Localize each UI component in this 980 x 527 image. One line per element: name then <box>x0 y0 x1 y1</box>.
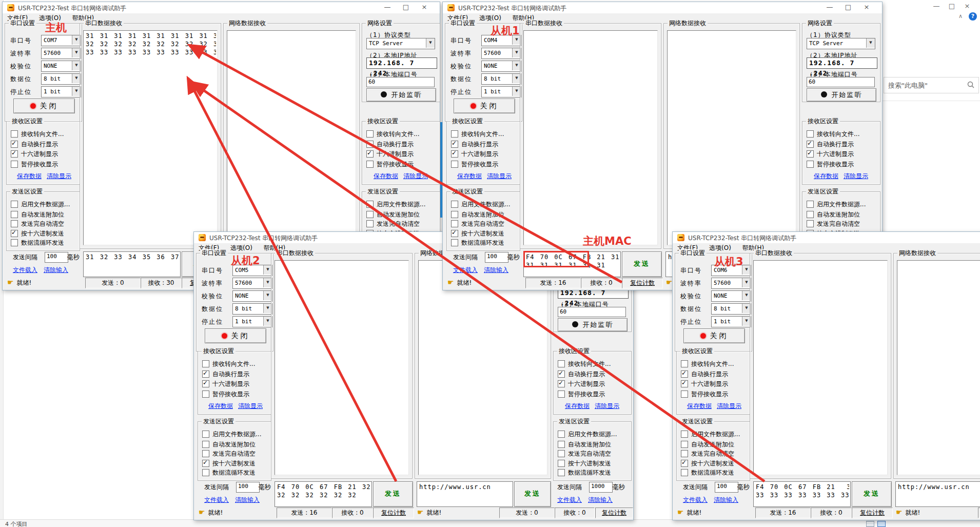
ribbon-collapse-icon[interactable]: ∧ <box>958 13 963 19</box>
load-file-link[interactable]: 文件载入 <box>557 496 582 504</box>
clear-input-link[interactable]: 清除输入 <box>235 496 260 504</box>
menu-options[interactable]: 选项(O) <box>704 243 736 253</box>
local-port-input[interactable]: 60 <box>558 307 626 317</box>
local-ip-input[interactable]: 192.168. 7 .242 <box>807 57 877 69</box>
checkbox-pause-recv[interactable] <box>807 161 814 168</box>
save-data-link[interactable]: 保存数据 <box>208 402 233 411</box>
clear-display-link[interactable]: 清除显示 <box>487 172 512 181</box>
checkbox-auto-newline[interactable] <box>807 141 814 148</box>
help-icon[interactable]: ? <box>969 12 977 21</box>
checkbox-clear-after-send[interactable] <box>11 220 18 227</box>
checkbox-send-as-hex[interactable] <box>451 230 458 237</box>
checkbox-hex-display[interactable] <box>202 380 209 387</box>
checkbox-auto-append[interactable] <box>366 211 374 218</box>
checkbox-clear-after-send[interactable] <box>681 450 688 457</box>
baud-rate-select[interactable]: 57600 <box>711 278 751 289</box>
checkbox-auto-newline[interactable] <box>11 141 18 148</box>
checkbox-auto-append[interactable] <box>11 211 18 218</box>
checkbox-loop-send[interactable] <box>451 239 458 246</box>
checkbox-recv-to-file[interactable] <box>807 130 814 138</box>
net-send-button[interactable]: 发送 <box>514 481 551 507</box>
data-bits-select[interactable]: 8 bit <box>481 73 521 85</box>
serial-interval-input[interactable]: 100 <box>236 482 260 493</box>
checkbox-clear-after-send[interactable] <box>558 450 565 457</box>
serial-send-button[interactable]: 发送 <box>622 251 662 277</box>
clear-display-link[interactable]: 清除显示 <box>844 172 868 181</box>
titlebar[interactable]: USR-TCP232-Test 串口转网络调试助手 —□× <box>3 2 440 13</box>
checkbox-recv-to-file[interactable] <box>558 360 565 367</box>
checkbox-auto-newline[interactable] <box>558 370 565 378</box>
checkbox-hex-display[interactable] <box>11 150 18 158</box>
serial-send-input[interactable]: 31 32 33 34 35 36 37 38 <box>83 251 181 277</box>
checkbox-loop-send[interactable] <box>558 469 565 476</box>
serial-reset-count-button[interactable]: 复位计数 <box>373 508 414 518</box>
checkbox-loop-send[interactable] <box>681 469 688 476</box>
local-ip-input[interactable]: 192.168. 7 .242 <box>366 57 437 69</box>
load-file-link[interactable]: 文件载入 <box>204 496 229 504</box>
checkbox-send-as-hex[interactable] <box>202 460 209 467</box>
checkbox-recv-to-file[interactable] <box>681 360 688 367</box>
close-port-button[interactable]: 关闭 <box>683 328 745 343</box>
checkbox-recv-to-file[interactable] <box>366 130 374 138</box>
checkbox-recv-to-file[interactable] <box>11 130 18 138</box>
explorer-close-button[interactable]: × <box>959 2 975 10</box>
local-port-input[interactable]: 60 <box>807 77 875 87</box>
local-port-input[interactable]: 60 <box>366 77 435 87</box>
serial-port-select[interactable]: COM5 <box>232 265 272 276</box>
minimize-button[interactable]: — <box>378 3 397 11</box>
data-bits-select[interactable]: 8 bit <box>41 73 81 85</box>
chevron-down-icon[interactable] <box>426 38 435 48</box>
clear-input-link[interactable]: 清除输入 <box>484 266 508 275</box>
clear-display-link[interactable]: 清除显示 <box>238 402 263 411</box>
protocol-select[interactable]: TCP Server <box>366 38 435 49</box>
menu-options[interactable]: 选项(O) <box>226 243 257 253</box>
serial-send-button[interactable]: 发送 <box>373 481 413 507</box>
data-bits-select[interactable]: 8 bit <box>232 303 272 315</box>
checkbox-pause-recv[interactable] <box>451 161 458 168</box>
checkbox-auto-newline[interactable] <box>202 370 209 378</box>
checkbox-auto-newline[interactable] <box>366 141 374 148</box>
load-file-link[interactable]: 文件载入 <box>453 266 478 275</box>
save-data-link[interactable]: 保存数据 <box>457 172 482 181</box>
save-data-link[interactable]: 保存数据 <box>814 172 838 181</box>
start-listen-button[interactable]: 开始监听 <box>807 88 876 102</box>
baud-rate-select[interactable]: 57600 <box>232 278 272 289</box>
parity-select[interactable]: NONE <box>41 61 81 72</box>
checkbox-auto-append[interactable] <box>681 441 688 448</box>
checkbox-clear-after-send[interactable] <box>202 450 209 457</box>
checkbox-auto-append[interactable] <box>558 441 565 448</box>
stop-bits-select[interactable]: 1 bit <box>232 316 272 327</box>
checkbox-hex-display[interactable] <box>558 380 565 387</box>
serial-port-select[interactable]: COM6 <box>711 265 751 276</box>
checkbox-recv-to-file[interactable] <box>451 130 458 138</box>
save-data-link[interactable]: 保存数据 <box>374 172 398 181</box>
load-file-link[interactable]: 文件载入 <box>13 266 37 275</box>
baud-rate-select[interactable]: 57600 <box>481 48 521 59</box>
checkbox-file-source[interactable] <box>366 201 374 208</box>
save-data-link[interactable]: 保存数据 <box>687 402 712 411</box>
checkbox-clear-after-send[interactable] <box>451 220 458 227</box>
checkbox-file-source[interactable] <box>202 431 209 438</box>
stop-bits-select[interactable]: 1 bit <box>41 86 81 97</box>
baud-rate-select[interactable]: 57600 <box>41 48 81 59</box>
clear-input-link[interactable]: 清除输入 <box>714 496 738 504</box>
explorer-search-input[interactable]: 搜索"此电脑" <box>884 77 979 93</box>
serial-reset-count-button[interactable]: 复位计数 <box>852 508 893 518</box>
checkbox-auto-append[interactable] <box>807 211 814 218</box>
checkbox-file-source[interactable] <box>11 201 18 208</box>
menu-options[interactable]: 选项(O) <box>475 13 506 23</box>
minimize-button[interactable]: — <box>820 3 839 11</box>
checkbox-hex-display[interactable] <box>366 150 374 158</box>
checkbox-loop-send[interactable] <box>202 469 209 476</box>
checkbox-pause-recv[interactable] <box>202 391 209 398</box>
clear-input-link[interactable]: 清除输入 <box>588 496 613 504</box>
clear-display-link[interactable]: 清除显示 <box>717 402 741 411</box>
checkbox-clear-after-send[interactable] <box>807 220 814 227</box>
menu-options[interactable]: 选项(O) <box>34 13 66 23</box>
net-send-input[interactable]: http://www.usr.cn <box>417 481 513 507</box>
parity-select[interactable]: NONE <box>711 290 751 302</box>
checkbox-loop-send[interactable] <box>11 239 18 246</box>
checkbox-recv-to-file[interactable] <box>202 360 209 367</box>
protocol-select[interactable]: TCP Server <box>807 38 875 49</box>
chevron-down-icon[interactable] <box>866 38 875 48</box>
